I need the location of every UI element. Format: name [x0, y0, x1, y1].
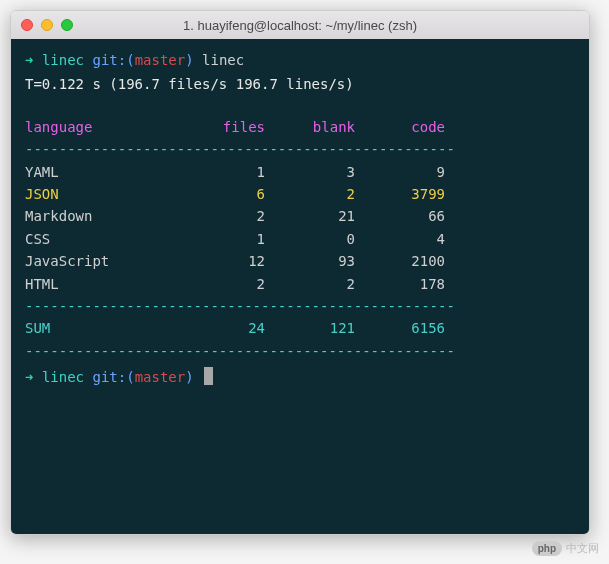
git-branch: master	[135, 52, 186, 68]
cell-blank: 93	[265, 250, 355, 272]
table-row: CSS104	[25, 228, 575, 250]
cell-language: JSON	[25, 183, 185, 205]
table-row: JSON623799	[25, 183, 575, 205]
cell-code: 9	[355, 161, 445, 183]
prompt-line-2: ➜ linec git:(master)	[25, 366, 575, 388]
sum-label: SUM	[25, 317, 185, 339]
git-branch: master	[135, 369, 186, 385]
cell-language: CSS	[25, 228, 185, 250]
header-blank: blank	[265, 116, 355, 138]
cell-files: 1	[185, 228, 265, 250]
header-files: files	[185, 116, 265, 138]
header-language: language	[25, 116, 185, 138]
table-header: language files blank code	[25, 116, 575, 138]
prompt-dir: linec	[42, 369, 84, 385]
sum-files: 24	[185, 317, 265, 339]
cell-language: JavaScript	[25, 250, 185, 272]
watermark: php 中文网	[532, 541, 599, 556]
header-code: code	[355, 116, 445, 138]
cell-code: 3799	[355, 183, 445, 205]
maximize-icon[interactable]	[61, 19, 73, 31]
timing-output: T=0.122 s (196.7 files/s 196.7 lines/s)	[25, 73, 575, 95]
cursor-icon	[204, 367, 213, 385]
cell-code: 66	[355, 205, 445, 227]
arrow-icon: ➜	[25, 52, 33, 68]
table-row: HTML22178	[25, 273, 575, 295]
git-label: git:(	[92, 369, 134, 385]
sum-code: 6156	[355, 317, 445, 339]
cell-files: 12	[185, 250, 265, 272]
cell-code: 4	[355, 228, 445, 250]
divider: ----------------------------------------…	[25, 340, 575, 362]
cell-blank: 3	[265, 161, 355, 183]
cell-code: 2100	[355, 250, 445, 272]
close-icon[interactable]	[21, 19, 33, 31]
minimize-icon[interactable]	[41, 19, 53, 31]
php-badge: php	[532, 541, 562, 556]
cell-language: HTML	[25, 273, 185, 295]
sum-blank: 121	[265, 317, 355, 339]
git-close: )	[185, 369, 193, 385]
cell-files: 2	[185, 273, 265, 295]
divider: ----------------------------------------…	[25, 138, 575, 160]
traffic-lights	[21, 19, 73, 31]
cell-blank: 2	[265, 183, 355, 205]
titlebar[interactable]: 1. huayifeng@localhost: ~/my/linec (zsh)	[11, 11, 589, 39]
table-row: Markdown22166	[25, 205, 575, 227]
divider: ----------------------------------------…	[25, 295, 575, 317]
window-title: 1. huayifeng@localhost: ~/my/linec (zsh)	[183, 18, 417, 33]
watermark-text: 中文网	[566, 541, 599, 556]
cell-code: 178	[355, 273, 445, 295]
prompt-line-1: ➜ linec git:(master) linec	[25, 49, 575, 71]
arrow-icon: ➜	[25, 369, 33, 385]
cell-files: 6	[185, 183, 265, 205]
cell-language: Markdown	[25, 205, 185, 227]
table-row: YAML139	[25, 161, 575, 183]
terminal-window: 1. huayifeng@localhost: ~/my/linec (zsh)…	[10, 10, 590, 535]
table-row: JavaScript12932100	[25, 250, 575, 272]
cell-language: YAML	[25, 161, 185, 183]
command: linec	[202, 52, 244, 68]
sum-row: SUM 24 121 6156	[25, 317, 575, 339]
git-label: git:(	[92, 52, 134, 68]
cell-files: 1	[185, 161, 265, 183]
cell-files: 2	[185, 205, 265, 227]
prompt-dir: linec	[42, 52, 84, 68]
cell-blank: 0	[265, 228, 355, 250]
cell-blank: 2	[265, 273, 355, 295]
git-close: )	[185, 52, 193, 68]
terminal-body[interactable]: ➜ linec git:(master) linec T=0.122 s (19…	[11, 39, 589, 534]
cell-blank: 21	[265, 205, 355, 227]
